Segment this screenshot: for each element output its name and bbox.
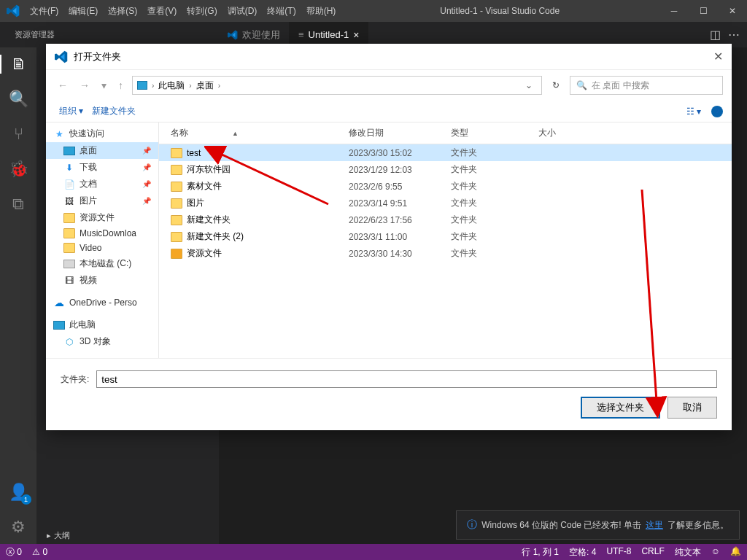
nav-forward-icon[interactable]: → (77, 79, 93, 91)
col-type[interactable]: 类型 (451, 127, 538, 139)
tree-drive-c[interactable]: 本地磁盘 (C:) (46, 255, 158, 272)
open-folder-dialog: 打开文件夹 ✕ ← → ▾ ↑ › 此电脑 › 桌面 › ⌄ ↻ 🔍 在 桌面 … (46, 44, 732, 430)
col-size[interactable]: 大小 (538, 127, 597, 139)
menu-select[interactable]: 选择(S) (104, 5, 142, 18)
settings-gear-icon[interactable]: ⚙ (11, 518, 26, 537)
dialog-close-icon[interactable]: ✕ (713, 50, 723, 63)
menu-goto[interactable]: 转到(G) (182, 5, 221, 18)
view-mode-icon[interactable]: ☷ ▾ (682, 106, 705, 117)
dialog-search[interactable]: 🔍 在 桌面 中搜索 (570, 76, 723, 95)
explorer-icon[interactable]: 🗎 (0, 55, 36, 74)
path-dropdown-icon[interactable]: ⌄ (521, 80, 537, 90)
row-name: 河东软件园 (187, 163, 231, 176)
row-date: 2023/2/6 9:55 (349, 182, 451, 192)
window-controls: ─ ☐ ✕ (659, 6, 747, 16)
close-icon[interactable]: ✕ (718, 6, 747, 16)
menu-terminal[interactable]: 终端(T) (263, 5, 300, 18)
status-language[interactable]: 纯文本 (675, 546, 701, 559)
folder-input[interactable] (96, 370, 717, 388)
select-folder-button[interactable]: 选择文件夹 (581, 397, 660, 419)
source-control-icon[interactable]: ⑂ (14, 125, 23, 144)
menu-help[interactable]: 帮助(H) (302, 5, 341, 18)
tree-desktop[interactable]: 桌面📌 (46, 142, 158, 159)
tree-pictures[interactable]: 🖼图片📌 (46, 192, 158, 209)
new-folder-button[interactable]: 新建文件夹 (88, 105, 140, 117)
status-errors[interactable]: ⓧ 0 (6, 546, 22, 559)
row-name: 新建文件夹 (187, 214, 231, 226)
status-feedback-icon[interactable]: ☺ (711, 546, 720, 559)
row-date: 2023/1/29 12:03 (349, 165, 451, 175)
outline-section[interactable]: ▸大纲 (36, 527, 219, 544)
tab-close-icon[interactable]: × (353, 29, 359, 41)
window-title: Untitled-1 - Visual Studio Code (340, 6, 659, 16)
notification-link[interactable]: 这里 (646, 519, 663, 532)
titlebar: 文件(F) 编辑(E) 选择(S) 查看(V) 转到(G) 调试(D) 终端(T… (0, 0, 747, 22)
path-breadcrumb[interactable]: › 此电脑 › 桌面 › ⌄ (132, 76, 542, 95)
search-icon[interactable]: 🔍 (9, 90, 28, 109)
row-name: 图片 (187, 197, 204, 209)
row-type: 文件夹 (451, 147, 538, 159)
tab-untitled-label: Untitled-1 (309, 29, 349, 40)
tree-3d-objects[interactable]: ⬡3D 对象 (46, 333, 158, 350)
table-row[interactable]: 素材文件2023/2/6 9:55文件夹 (159, 178, 732, 195)
tree-thispc[interactable]: 此电脑 (46, 316, 158, 333)
row-date: 2023/3/1 11:00 (349, 232, 451, 242)
tree-video[interactable]: Video (46, 241, 158, 255)
menu-debug[interactable]: 调试(D) (223, 5, 262, 18)
path-thispc[interactable]: 此电脑 (158, 79, 185, 92)
status-ln-col[interactable]: 行 1, 列 1 (522, 546, 559, 559)
tree-documents[interactable]: 📄文档📌 (46, 176, 158, 192)
status-spaces[interactable]: 空格: 4 (569, 546, 596, 559)
dialog-toolbar: 组织 ▾ 新建文件夹 ☷ ▾ ? (46, 101, 732, 122)
table-row[interactable]: 图片2023/3/14 9:51文件夹 (159, 195, 732, 211)
menu-file[interactable]: 文件(F) (26, 5, 63, 18)
table-row[interactable]: 新建文件夹 (2)2023/3/1 11:00文件夹 (159, 228, 732, 245)
status-encoding[interactable]: UTF-8 (606, 546, 631, 559)
status-warnings[interactable]: ⚠ 0 (32, 547, 47, 557)
col-date[interactable]: 修改日期 (349, 127, 451, 139)
organize-button[interactable]: 组织 ▾ (55, 105, 88, 117)
dialog-bottom: 文件夹: 选择文件夹 取消 (46, 358, 732, 430)
table-row[interactable]: 河东软件园2023/1/29 12:03文件夹 (159, 161, 732, 178)
debug-icon[interactable]: 🐞 (9, 160, 28, 179)
refresh-icon[interactable]: ↻ (548, 80, 564, 90)
path-desktop[interactable]: 桌面 (196, 79, 214, 92)
tree-resources[interactable]: 资源文件 (46, 209, 158, 226)
table-row[interactable]: test2023/3/30 15:02文件夹 (159, 144, 732, 161)
nav-tree: ★快速访问 桌面📌 ⬇下载📌 📄文档📌 🖼图片📌 资源文件 MusicDownl… (46, 122, 159, 358)
table-row[interactable]: 资源文件2023/3/30 14:30文件夹 (159, 245, 732, 262)
split-editor-icon[interactable]: ◫ (710, 28, 721, 42)
status-eol[interactable]: CRLF (641, 546, 664, 559)
cancel-button[interactable]: 取消 (667, 397, 717, 419)
search-placeholder: 在 桌面 中搜索 (592, 79, 649, 92)
menu-view[interactable]: 查看(V) (143, 5, 181, 18)
more-actions-icon[interactable]: ⋯ (728, 28, 740, 42)
accounts-icon[interactable]: 👤1 (9, 483, 28, 502)
info-icon: ⓘ (467, 518, 477, 532)
menu-edit[interactable]: 编辑(E) (64, 5, 102, 18)
status-bell-icon[interactable]: 🔔 (730, 546, 741, 559)
tree-onedrive[interactable]: ☁OneDrive - Perso (46, 295, 158, 311)
folder-icon (171, 249, 182, 259)
minimize-icon[interactable]: ─ (659, 6, 689, 16)
table-row[interactable]: 新建文件夹2022/6/23 17:56文件夹 (159, 211, 732, 228)
main-menu: 文件(F) 编辑(E) 选择(S) 查看(V) 转到(G) 调试(D) 终端(T… (26, 5, 340, 18)
notification-suffix: 了解更多信息。 (667, 519, 729, 532)
col-name[interactable]: 名称▲ (159, 127, 349, 139)
tree-videos[interactable]: 🎞视频 (46, 272, 158, 289)
tree-quick-access[interactable]: ★快速访问 (46, 125, 158, 142)
tab-welcome-label: 欢迎使用 (242, 28, 280, 42)
nav-dropdown-icon[interactable]: ▾ (98, 79, 109, 91)
row-date: 2023/3/30 15:02 (349, 148, 451, 158)
tree-music[interactable]: MusicDownloa (46, 226, 158, 241)
pin-icon: 📌 (142, 163, 151, 171)
extensions-icon[interactable]: ⧉ (12, 195, 24, 214)
tree-downloads[interactable]: ⬇下载📌 (46, 159, 158, 176)
activity-bar: 🗎 🔍 ⑂ 🐞 ⧉ 👤1 ⚙ (0, 47, 36, 544)
nav-back-icon[interactable]: ← (55, 79, 71, 91)
help-icon[interactable]: ? (711, 106, 723, 117)
maximize-icon[interactable]: ☐ (689, 6, 718, 16)
nav-up-icon[interactable]: ↑ (115, 79, 126, 91)
folder-input-line: 文件夹: (61, 370, 717, 388)
row-type: 文件夹 (451, 247, 538, 260)
